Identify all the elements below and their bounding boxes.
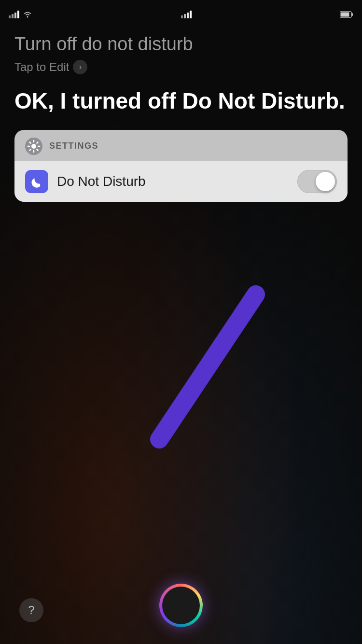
settings-gear-icon — [25, 138, 42, 155]
main-content: Turn off do not disturb Tap to Edit › OK… — [0, 24, 362, 202]
status-center — [181, 11, 192, 18]
svg-rect-11 — [341, 13, 349, 17]
bottom-bar — [0, 567, 362, 644]
siri-response-text: OK, I turned off Do Not Disturb. — [14, 88, 348, 114]
svg-line-14 — [159, 294, 256, 439]
dnd-settings-row[interactable]: Do Not Disturb — [14, 161, 348, 202]
status-bar — [0, 0, 362, 24]
status-right — [340, 11, 353, 18]
dnd-icon — [25, 170, 48, 193]
wifi-icon — [22, 11, 33, 18]
svg-rect-6 — [184, 14, 186, 18]
settings-card-header: SETTINGS — [14, 130, 348, 161]
arrow-annotation — [97, 256, 299, 459]
battery-icon — [340, 11, 353, 18]
status-left — [9, 11, 33, 18]
dnd-toggle[interactable] — [297, 170, 337, 193]
svg-rect-8 — [190, 11, 192, 18]
svg-rect-3 — [17, 11, 19, 18]
svg-rect-5 — [181, 15, 183, 18]
dnd-label: Do Not Disturb — [57, 174, 297, 189]
svg-point-4 — [27, 16, 28, 18]
tap-to-edit-label[interactable]: Tap to Edit — [14, 60, 69, 74]
svg-rect-10 — [352, 13, 353, 16]
svg-rect-2 — [14, 13, 16, 18]
settings-card-label: SETTINGS — [49, 141, 98, 151]
svg-rect-0 — [9, 15, 11, 18]
svg-rect-1 — [12, 14, 14, 18]
tap-edit-chevron-icon[interactable]: › — [73, 60, 87, 74]
siri-command-text: Turn off do not disturb — [14, 34, 348, 55]
svg-rect-7 — [187, 13, 189, 18]
moon-icon — [29, 174, 44, 189]
siri-button[interactable] — [159, 584, 203, 627]
dnd-toggle-thumb — [316, 172, 335, 191]
tap-to-edit-row[interactable]: Tap to Edit › — [14, 60, 348, 74]
signal-icon — [9, 11, 19, 18]
signal-center-icon — [181, 11, 192, 18]
settings-card[interactable]: SETTINGS Do Not Disturb — [14, 130, 348, 202]
